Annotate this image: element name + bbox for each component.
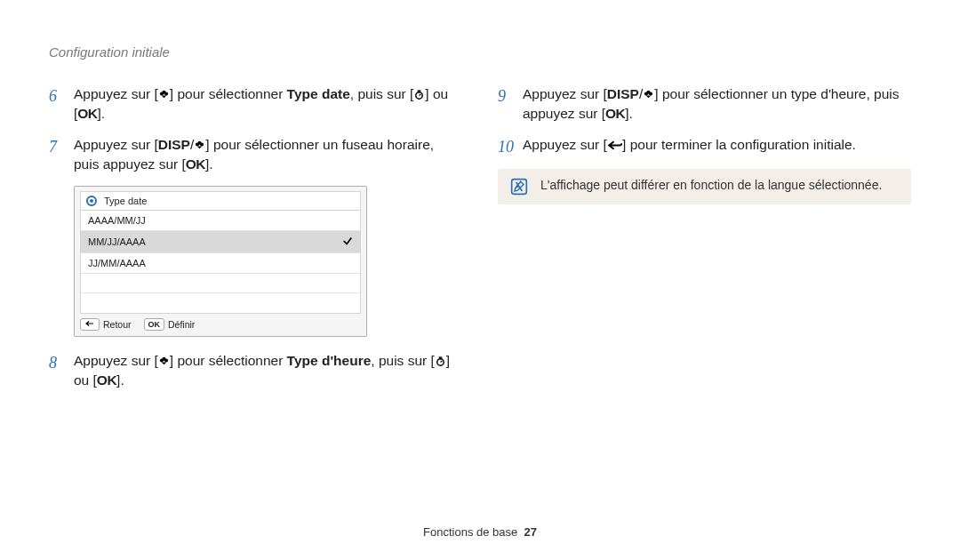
- menu-title-row: Type date: [80, 191, 361, 210]
- back-arrow-icon: [80, 318, 100, 331]
- note-text: L'affichage peut différer en fonction de…: [540, 178, 882, 192]
- menu-title: Type date: [104, 196, 147, 206]
- svg-point-19: [649, 92, 652, 96]
- info-note-icon: [510, 178, 528, 196]
- ok-icon: OK: [605, 106, 625, 121]
- step-number: 10: [498, 135, 517, 158]
- menu-row: AAAA/MM/JJ: [81, 211, 360, 231]
- svg-point-12: [164, 359, 168, 363]
- content-columns: 6 Appuyez sur [] pour sélectionner Type …: [49, 84, 911, 402]
- flower-down-icon: [643, 89, 654, 101]
- back-hint: Retour: [80, 318, 132, 331]
- footer-page-number: 27: [524, 525, 537, 539]
- footer-section: Fonctions de base: [423, 525, 517, 539]
- svg-point-2: [164, 92, 168, 96]
- svg-point-9: [200, 143, 204, 147]
- svg-point-8: [196, 143, 199, 147]
- step-8: 8 Appuyez sur [] pour sélectionner Type …: [49, 351, 462, 391]
- menu-row: [81, 274, 360, 293]
- menu-list: AAAA/MM/JJ MM/JJ/AAAA JJ/MM/AAAA: [80, 210, 361, 314]
- ok-icon: OK: [186, 156, 205, 172]
- step-number: 9: [498, 84, 517, 108]
- step-number: 7: [49, 135, 68, 158]
- step-6: 6 Appuyez sur [] pour sélectionner Type …: [49, 84, 462, 124]
- svg-point-1: [160, 92, 164, 96]
- ok-icon: OK: [77, 106, 97, 121]
- timer-icon: [413, 89, 425, 101]
- svg-point-13: [437, 359, 444, 365]
- step-7: 7 Appuyez sur [DISP/] pour sélectionner …: [49, 135, 462, 175]
- step-text: Appuyez sur [] pour sélectionner Type d'…: [74, 351, 462, 391]
- disp-icon: DISP: [607, 86, 639, 101]
- svg-rect-14: [438, 357, 442, 358]
- note-box: L'affichage peut différer en fonction de…: [498, 169, 911, 204]
- gear-icon: [86, 196, 97, 206]
- ok-icon: OK: [97, 372, 116, 388]
- page-header: Configuration initiale: [49, 44, 911, 60]
- step-number: 8: [49, 351, 68, 374]
- step-10: 10 Appuyez sur [] pour terminer la confi…: [498, 135, 911, 158]
- disp-icon: DISP: [158, 137, 190, 152]
- step-text: Appuyez sur [DISP/] pour sélectionner un…: [523, 84, 911, 124]
- svg-point-3: [416, 92, 422, 99]
- menu-row: [81, 293, 360, 313]
- menu-footer: Retour OK Définir: [75, 314, 366, 336]
- svg-line-6: [420, 94, 421, 95]
- menu-row: JJ/MM/AAAA: [81, 253, 360, 274]
- svg-line-16: [440, 361, 442, 362]
- menu-row-selected: MM/JJ/AAAA: [81, 231, 360, 253]
- step-number: 6: [49, 84, 68, 108]
- flower-down-icon: [158, 356, 170, 368]
- step-text: Appuyez sur [DISP/] pour sélectionner un…: [74, 135, 462, 175]
- back-arrow-icon: [607, 140, 622, 152]
- flower-down-icon: [194, 140, 205, 152]
- timer-icon: [435, 356, 446, 368]
- check-icon: [342, 236, 353, 248]
- ok-pill-icon: OK: [144, 318, 165, 331]
- step-text: Appuyez sur [] pour sélectionner Type da…: [74, 84, 462, 124]
- step-9: 9 Appuyez sur [DISP/] pour sélectionner …: [498, 84, 911, 124]
- step-text: Appuyez sur [] pour terminer la configur…: [523, 135, 911, 155]
- svg-point-11: [160, 359, 164, 363]
- set-hint: OK Définir: [144, 318, 196, 331]
- flower-down-icon: [158, 89, 170, 101]
- camera-menu-screenshot: Type date AAAA/MM/JJ MM/JJ/AAAA JJ/MM/AA…: [74, 186, 367, 337]
- svg-point-18: [644, 92, 648, 96]
- right-column: 9 Appuyez sur [DISP/] pour sélectionner …: [498, 84, 911, 402]
- svg-rect-4: [418, 91, 421, 92]
- left-column: 6 Appuyez sur [] pour sélectionner Type …: [49, 84, 462, 402]
- page-footer: Fonctions de base 27: [0, 525, 960, 539]
